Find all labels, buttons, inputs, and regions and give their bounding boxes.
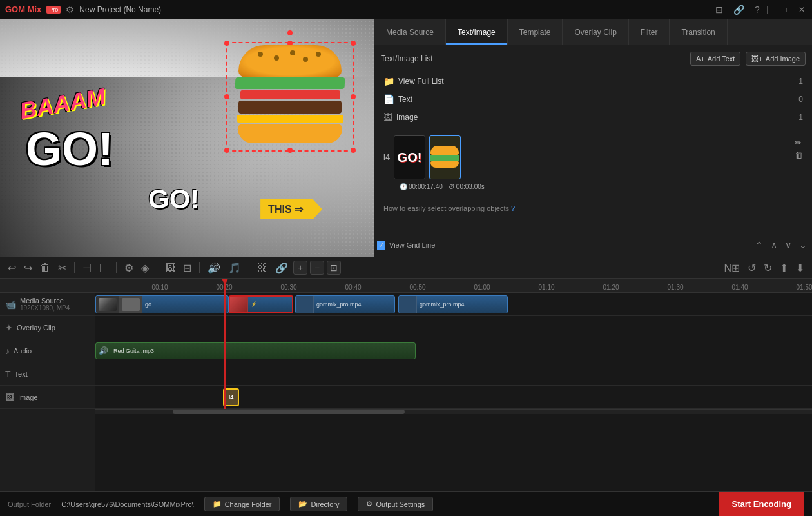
export-n-btn[interactable]: N⊞ xyxy=(721,260,742,276)
media-clip-active[interactable]: ⚡ xyxy=(229,295,293,313)
time-ruler: 00:10 00:20 00:30 00:40 00:50 01:00 01:1… xyxy=(95,279,812,293)
tab-overlay-clip[interactable]: Overlay Clip xyxy=(563,19,628,45)
add-text-icon: A+ xyxy=(696,55,705,63)
thumb-img-burger[interactable] xyxy=(429,135,461,179)
link-tracks-btn[interactable]: ⛓ xyxy=(255,260,270,275)
scroll-bottom-btn[interactable]: ⌄ xyxy=(797,239,809,252)
directory-icon: 📂 xyxy=(298,500,307,508)
output-settings-btn[interactable]: ⚙ Output Settings xyxy=(358,497,433,511)
unlink-tracks-btn[interactable]: 🔗 xyxy=(273,260,291,276)
effect-btn[interactable]: ◈ xyxy=(139,260,151,276)
import-btn[interactable]: ⬇ xyxy=(793,260,807,276)
zoom-in-btn[interactable]: + xyxy=(293,261,307,275)
split-right-btn[interactable]: ⊢ xyxy=(97,260,111,276)
thumb1-duration: 00:03.00s xyxy=(456,183,485,190)
window-minimize-btn[interactable]: ─ xyxy=(771,5,781,15)
zoom-fit-btn[interactable]: ⊡ xyxy=(327,261,341,275)
panel-header: Text/Image List A+ Add Text 🖼+ Add Image xyxy=(381,52,806,66)
minimize-btn[interactable]: ⊟ xyxy=(711,5,727,15)
edit-thumb-btn[interactable]: ✏ xyxy=(795,138,803,148)
delete-btn[interactable]: 🗑 xyxy=(37,260,53,275)
export-btn[interactable]: ⬆ xyxy=(777,260,791,276)
burger-image xyxy=(232,45,348,129)
split-left-btn[interactable]: ⊣ xyxy=(80,260,94,276)
rotate-left-btn[interactable]: ↺ xyxy=(745,260,759,276)
media-clip-3[interactable]: gommix_pro.mp4 xyxy=(398,295,508,313)
scrollbar-thumb[interactable] xyxy=(173,410,405,414)
image-remove-btn[interactable]: ⊟ xyxy=(180,260,194,276)
window-close-btn[interactable]: ✕ xyxy=(797,5,807,15)
link-icon[interactable]: 🔗 xyxy=(730,5,748,15)
track-label-audio[interactable]: ♪ Audio xyxy=(0,339,95,362)
change-folder-icon: 📁 xyxy=(213,500,222,508)
settings-icon[interactable]: ⚙ xyxy=(66,5,74,15)
timeline-tracks[interactable]: 00:10 00:20 00:30 00:40 00:50 01:00 01:1… xyxy=(95,279,812,516)
image-row[interactable]: 🖼 Image 1 xyxy=(381,108,806,126)
directory-btn[interactable]: 📂 Directory xyxy=(290,497,347,511)
image-add-btn[interactable]: 🖼 xyxy=(162,260,178,275)
timeline-area: 📹 Media Source 1920X1080, MP4 ✦ Overlay … xyxy=(0,279,812,516)
timeline-scrollbar[interactable] xyxy=(95,409,812,414)
delete-thumb-btn[interactable]: 🗑 xyxy=(795,150,803,160)
image-folder-icon: 🖼 xyxy=(383,112,392,123)
thumb1-time: 00:00:17.40 xyxy=(409,183,443,190)
panel-content: Text/Image List A+ Add Text 🖼+ Add Image xyxy=(374,45,812,233)
track-label-image[interactable]: 🖼 Image xyxy=(0,386,95,409)
hint-link[interactable]: ? xyxy=(511,204,515,212)
audio-effect-btn[interactable]: 🎵 xyxy=(226,260,244,276)
media-track-row: go... ⚡ gommix_pro.mp4 xyxy=(95,293,812,316)
help-icon[interactable]: ? xyxy=(751,5,764,15)
settings-icon[interactable]: ⚙ xyxy=(122,260,136,276)
rotate-right-btn[interactable]: ↻ xyxy=(761,260,775,276)
text-track-icon: T xyxy=(5,369,11,379)
marker-00-40: 00:40 xyxy=(345,284,361,291)
tab-transition[interactable]: Transition xyxy=(670,19,727,45)
add-text-button[interactable]: A+ Add Text xyxy=(690,52,740,66)
tab-media-source[interactable]: Media Source xyxy=(374,19,446,45)
sep1 xyxy=(74,262,75,273)
cut-btn[interactable]: ✂ xyxy=(55,260,69,276)
tab-template[interactable]: Template xyxy=(508,19,563,45)
scroll-down-btn[interactable]: ∨ xyxy=(782,239,794,252)
right-panel: Media Source Text/Image Template Overlay… xyxy=(374,19,812,257)
undo-btn[interactable]: ↩ xyxy=(5,260,19,276)
change-folder-btn[interactable]: 📁 Change Folder xyxy=(204,497,280,511)
tab-text-image[interactable]: Text/Image xyxy=(446,19,508,45)
thumbnail-go[interactable]: I4 GO! xyxy=(383,135,461,192)
scroll-top-btn[interactable]: ⌃ xyxy=(753,239,766,252)
media-track-label: Media Source xyxy=(20,297,70,304)
add-image-button[interactable]: 🖼+ Add Image xyxy=(746,52,806,66)
window-restore-btn[interactable]: □ xyxy=(784,5,794,15)
image-count: 1 xyxy=(790,113,803,122)
track-label-text[interactable]: T Text xyxy=(0,362,95,386)
scroll-up-btn[interactable]: ∧ xyxy=(768,239,780,252)
track-label-overlay[interactable]: ✦ Overlay Clip xyxy=(0,316,95,339)
text-track-label: Text xyxy=(15,370,28,378)
preview-area[interactable]: BAAAM GO! GO! THIS ⇒ xyxy=(0,19,374,257)
zoom-out-btn[interactable]: − xyxy=(310,261,324,275)
text-folder-icon: 📄 xyxy=(383,94,394,104)
sep3 xyxy=(157,262,157,273)
left-panel: BAAAM GO! GO! THIS ⇒ xyxy=(0,19,374,257)
tab-filter[interactable]: Filter xyxy=(629,19,670,45)
redo-btn[interactable]: ↪ xyxy=(21,260,35,276)
list-sections: 📁 View Full List 1 📄 Text 0 🖼 Image 1 xyxy=(381,72,806,126)
marker-01-30: 01:30 xyxy=(667,284,683,291)
titlebar: GOM Mix Pro ⚙ New Project (No Name) ⊟ 🔗 … xyxy=(0,0,812,19)
audio-clip[interactable]: 🔊 Red Guitar.mp3 xyxy=(95,342,416,359)
view-grid-label: View Grid Line xyxy=(389,241,435,249)
track-label-media[interactable]: 📹 Media Source 1920X1080, MP4 xyxy=(0,293,95,316)
text-row[interactable]: 📄 Text 0 xyxy=(381,90,806,108)
window-controls: ⊟ 🔗 ? | ─ □ ✕ xyxy=(711,5,807,15)
output-settings-icon: ⚙ xyxy=(366,500,372,508)
media-clip-1[interactable]: go... xyxy=(95,295,229,313)
timeline-toolbar: ↩ ↪ 🗑 ✂ ⊣ ⊢ ⚙ ◈ 🖼 ⊟ 🔊 🎵 ⛓ 🔗 + − ⊡ N⊞ ↺ ↻… xyxy=(0,257,812,279)
media-clip-2[interactable]: gommix_pro.mp4 xyxy=(295,295,395,313)
thumb-img-go[interactable]: GO! xyxy=(394,135,425,179)
view-full-list-row[interactable]: 📁 View Full List 1 xyxy=(381,72,806,90)
marker-00-20: 00:20 xyxy=(216,284,232,291)
image-clip[interactable]: I4 xyxy=(223,388,239,406)
start-encoding-btn[interactable]: Start Encoding xyxy=(719,492,804,517)
view-grid-checkbox[interactable]: ✓ xyxy=(377,241,385,250)
audio-icon[interactable]: 🔊 xyxy=(205,260,223,276)
